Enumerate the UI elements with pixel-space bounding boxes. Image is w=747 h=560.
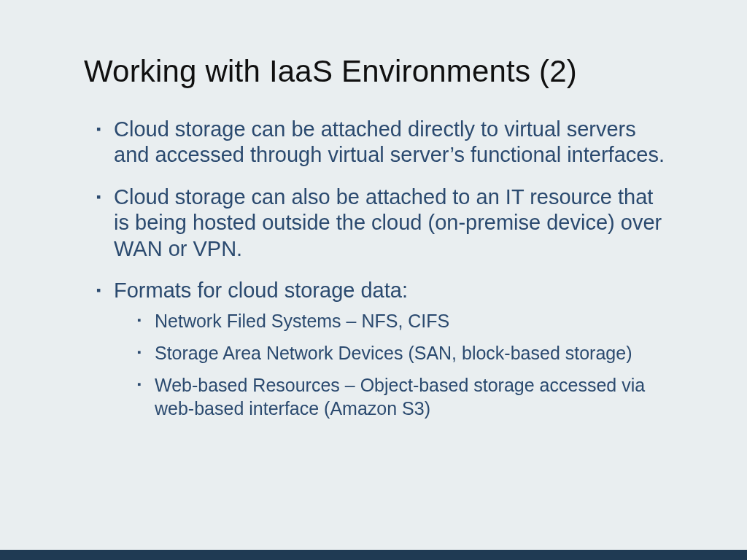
bullet-list: Cloud storage can be attached directly t… [96, 117, 665, 420]
bullet-text: Cloud storage can be attached directly t… [114, 117, 665, 166]
sub-bullet-text: Network Filed Systems – NFS, CIFS [155, 311, 449, 331]
bullet-item: Cloud storage can also be attached to an… [96, 184, 665, 262]
footer-bar [0, 550, 747, 560]
sub-bullet-item: Network Filed Systems – NFS, CIFS [137, 309, 665, 332]
sub-bullet-item: Storage Area Network Devices (SAN, block… [137, 341, 665, 365]
slide-title: Working with IaaS Environments (2) [84, 54, 696, 89]
sub-bullet-list: Network Filed Systems – NFS, CIFS Storag… [137, 309, 665, 420]
sub-bullet-text: Web-based Resources – Object-based stora… [155, 375, 645, 419]
bullet-item: Cloud storage can be attached directly t… [96, 117, 665, 168]
bullet-text: Formats for cloud storage data: [114, 279, 408, 302]
bullet-item: Formats for cloud storage data: Network … [96, 278, 665, 420]
slide: Working with IaaS Environments (2) Cloud… [0, 0, 747, 560]
slide-body: Cloud storage can be attached directly t… [96, 117, 665, 436]
bullet-text: Cloud storage can also be attached to an… [114, 185, 662, 260]
sub-bullet-text: Storage Area Network Devices (SAN, block… [155, 343, 632, 363]
sub-bullet-item: Web-based Resources – Object-based stora… [137, 373, 665, 420]
